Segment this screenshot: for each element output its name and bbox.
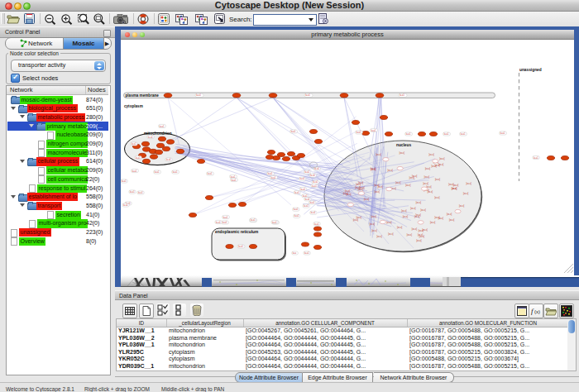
svg-text:endoplasmic reticulum: endoplasmic reticulum — [215, 230, 258, 234]
svg-text:la-a1: la-a1 — [231, 175, 236, 179]
svg-text:[xx-x]: [xx-x] — [388, 169, 393, 172]
svg-text:la-a1: la-a1 — [132, 142, 136, 146]
svg-text:[xx-x]: [xx-x] — [386, 221, 391, 224]
svg-text:[xx-x]: [xx-x] — [416, 201, 421, 204]
svg-text:[xx-x]: [xx-x] — [452, 187, 457, 190]
svg-text:[xx-x]: [xx-x] — [371, 215, 376, 218]
svg-text:la-a1: la-a1 — [232, 179, 237, 182]
svg-text:[xx-x]: [xx-x] — [463, 192, 468, 195]
svg-text:[xx-x]: [xx-x] — [459, 204, 464, 208]
svg-text:[xx-x]: [xx-x] — [439, 157, 444, 160]
svg-text:[xx-x]: [xx-x] — [416, 213, 421, 217]
svg-text:[xx-x]: [xx-x] — [372, 229, 377, 232]
svg-text:[xx-x]: [xx-x] — [358, 188, 363, 191]
svg-text:[xx-x]: [xx-x] — [356, 216, 361, 219]
svg-text:la-a1: la-a1 — [356, 131, 361, 134]
svg-text:la-a1: la-a1 — [136, 156, 141, 160]
svg-text:plasma membrane: plasma membrane — [126, 93, 160, 98]
svg-text:la-a1: la-a1 — [304, 170, 309, 174]
svg-text:[xx-x]: [xx-x] — [376, 153, 381, 156]
svg-text:[xx-x]: [xx-x] — [371, 167, 376, 170]
svg-text:la-a1: la-a1 — [160, 125, 165, 128]
svg-text:cytoplasm: cytoplasm — [124, 104, 143, 108]
svg-text:[xx-x]: [xx-x] — [356, 183, 361, 186]
svg-text:[xx-x]: [xx-x] — [438, 163, 443, 166]
svg-text:la-a1: la-a1 — [313, 180, 318, 184]
svg-text:[xx-x]: [xx-x] — [401, 209, 406, 213]
svg-text:[xx-x]: [xx-x] — [467, 182, 471, 185]
svg-text:[xx-x]: [xx-x] — [429, 153, 434, 156]
svg-text:[xx-x]: [xx-x] — [434, 196, 439, 199]
svg-text:[xx-x]: [xx-x] — [397, 226, 402, 229]
svg-text:la-a1: la-a1 — [166, 158, 171, 161]
svg-text:la-a1: la-a1 — [444, 132, 449, 136]
svg-text:[xx-x]: [xx-x] — [449, 218, 454, 222]
svg-text:[xx-x]: [xx-x] — [453, 184, 458, 187]
svg-text:[xx-x]: [xx-x] — [418, 233, 423, 237]
svg-text:la-a1: la-a1 — [311, 211, 316, 214]
svg-text:[xx-x]: [xx-x] — [388, 232, 393, 236]
svg-text:la-a1: la-a1 — [271, 176, 276, 179]
svg-text:[xx-x]: [xx-x] — [423, 182, 428, 185]
svg-text:la-a1: la-a1 — [303, 194, 308, 198]
svg-text:[xx-x]: [xx-x] — [405, 184, 410, 187]
svg-text:la-a1: la-a1 — [371, 129, 376, 132]
svg-text:la-a1: la-a1 — [304, 251, 309, 255]
svg-text:[xx-x]: [xx-x] — [346, 193, 351, 196]
svg-text:la-a1: la-a1 — [310, 201, 315, 204]
svg-text:la-a1: la-a1 — [272, 221, 277, 224]
svg-text:[xx-x]: [xx-x] — [410, 207, 415, 210]
svg-text:la-a1: la-a1 — [251, 218, 256, 222]
svg-text:[xx-x]: [xx-x] — [419, 229, 423, 232]
svg-text:la-a1: la-a1 — [294, 191, 299, 194]
svg-text:la-a1: la-a1 — [305, 198, 310, 201]
svg-text:(x): (x) — [534, 309, 540, 314]
svg-text:nucleus: nucleus — [396, 143, 411, 147]
svg-text:la-a1: la-a1 — [500, 131, 505, 135]
svg-text:la-a1: la-a1 — [122, 179, 127, 183]
svg-text:la-a1: la-a1 — [291, 130, 296, 133]
svg-text:[xx-x]: [xx-x] — [400, 151, 404, 155]
svg-text:la-a1: la-a1 — [300, 188, 305, 191]
svg-text:[xx-x]: [xx-x] — [424, 175, 429, 179]
svg-text:la-a1: la-a1 — [314, 222, 319, 226]
svg-text:la-a1: la-a1 — [238, 245, 243, 248]
svg-text:[xx-x]: [xx-x] — [438, 217, 443, 220]
svg-text:la-a1: la-a1 — [294, 214, 299, 218]
svg-text:la-a1: la-a1 — [304, 204, 309, 208]
svg-text:[xx-x]: [xx-x] — [430, 221, 435, 224]
svg-text:[xx-x]: [xx-x] — [370, 222, 375, 226]
svg-text:la-a1: la-a1 — [312, 184, 317, 188]
svg-text:[xx-x]: [xx-x] — [403, 215, 408, 218]
svg-text:la-a1: la-a1 — [196, 93, 201, 97]
svg-text:[xx-x]: [xx-x] — [428, 190, 433, 194]
svg-text:[xx-x]: [xx-x] — [447, 213, 452, 216]
svg-text:[xx-x]: [xx-x] — [395, 181, 400, 184]
svg-text:la-a1: la-a1 — [123, 203, 128, 207]
svg-text:[xx-x]: [xx-x] — [416, 239, 421, 242]
svg-text:la-a1: la-a1 — [268, 172, 273, 175]
svg-text:[xx-x]: [xx-x] — [435, 178, 440, 181]
svg-text:la-a1: la-a1 — [216, 221, 221, 224]
svg-text:[xx-x]: [xx-x] — [378, 185, 383, 189]
svg-text:la-a1: la-a1 — [461, 132, 466, 136]
svg-text:la-a1: la-a1 — [223, 221, 227, 224]
svg-text:la-a1: la-a1 — [406, 132, 411, 136]
svg-text:la-a: la-a — [293, 251, 297, 255]
svg-text:la-a1: la-a1 — [173, 170, 178, 174]
svg-text:la-a1: la-a1 — [208, 172, 213, 175]
svg-text:la-a1: la-a1 — [305, 93, 310, 97]
svg-text:la-a1: la-a1 — [400, 93, 404, 97]
svg-text:[xx-x]: [xx-x] — [364, 198, 369, 201]
svg-text:unassigned: unassigned — [519, 68, 542, 72]
svg-text:la-a1: la-a1 — [310, 174, 315, 177]
svg-text:la-a1: la-a1 — [130, 190, 135, 194]
svg-text:la-a1: la-a1 — [534, 156, 538, 160]
svg-text:[xx-x]: [xx-x] — [375, 190, 380, 194]
svg-text:[xx-x]: [xx-x] — [377, 235, 382, 238]
svg-text:[xx-x]: [xx-x] — [407, 233, 412, 237]
svg-text:[xx-x]: [xx-x] — [409, 176, 414, 179]
svg-text:[xx-x]: [xx-x] — [412, 227, 417, 231]
svg-text:[xx-x]: [xx-x] — [421, 208, 426, 212]
svg-text:la-a1: la-a1 — [300, 177, 305, 180]
